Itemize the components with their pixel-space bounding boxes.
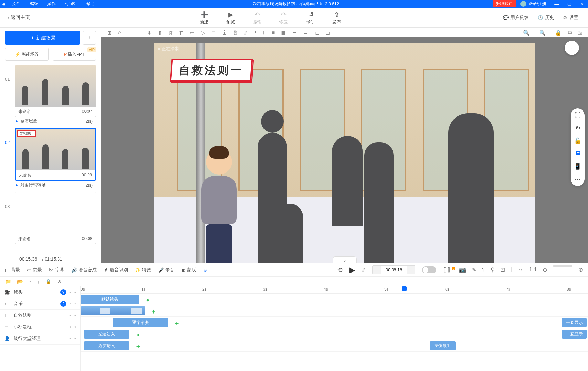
tool-icon[interactable]: ▭: [190, 30, 194, 36]
rt-icon[interactable]: ⫯: [482, 266, 485, 273]
rt-icon[interactable]: 📷: [459, 266, 466, 273]
tool-icon[interactable]: ⫶: [254, 30, 257, 36]
zoom-out-tl[interactable]: ⊖: [543, 266, 547, 273]
minimize-button[interactable]: —: [551, 2, 562, 6]
settings-button[interactable]: ⚙ 设置: [563, 15, 578, 21]
track-row[interactable]: 逐字渐变✦一直显示: [81, 317, 588, 328]
desktop-view-icon[interactable]: 🖥: [575, 150, 581, 157]
tab-fg[interactable]: ▭ 前景: [27, 267, 42, 273]
tab-asr[interactable]: 🎙 语音识别: [104, 267, 128, 273]
time-field[interactable]: [381, 266, 407, 274]
preview-button[interactable]: ▶预览: [226, 11, 235, 25]
menu-action[interactable]: 操作: [43, 1, 60, 7]
tool-icon[interactable]: ⊐: [326, 30, 330, 36]
track-label[interactable]: T自救法则一••: [0, 310, 80, 321]
tab-fx[interactable]: ✨ 特效: [135, 267, 151, 273]
tool-icon[interactable]: ≡: [272, 30, 275, 36]
rt-icon[interactable]: ↔: [518, 266, 523, 273]
redo-button[interactable]: ↷恢复: [279, 11, 288, 25]
zoom-slider[interactable]: [553, 265, 572, 267]
feedback-button[interactable]: 💬 用户反馈: [503, 15, 529, 21]
track-row[interactable]: 默认镜头✦: [81, 294, 588, 305]
mobile-view-icon[interactable]: 📱: [574, 163, 581, 170]
tab-mask[interactable]: ◐ 蒙版: [182, 267, 196, 273]
history-button[interactable]: 🕘 历史: [538, 15, 554, 21]
zoom-in-icon[interactable]: 🔍+: [539, 30, 549, 36]
login-button[interactable]: 登录/注册: [516, 1, 551, 7]
rt-icon[interactable]: ⊡: [500, 266, 505, 273]
track-label[interactable]: 🎥镜头?••: [0, 286, 80, 298]
tt-icon[interactable]: ↑: [29, 279, 32, 284]
scene-item-01[interactable]: 01 未命名00:07 ▸幕布层叠2(s): [5, 65, 96, 125]
display-tag[interactable]: 一直显示: [562, 318, 587, 327]
upgrade-button[interactable]: 升级账户: [493, 0, 516, 7]
tool-icon[interactable]: ⫟: [292, 30, 297, 36]
copy-icon[interactable]: ⧉: [568, 30, 572, 36]
tool-icon[interactable]: ≣: [281, 30, 285, 36]
scene-music-button[interactable]: ♪: [83, 31, 96, 45]
undo-button[interactable]: ↶撤销: [253, 11, 261, 25]
menu-edit[interactable]: 编辑: [25, 1, 43, 7]
export-icon[interactable]: ⇲: [578, 30, 582, 36]
new-scene-button[interactable]: ＋ 新建场景: [5, 31, 80, 45]
expand-button[interactable]: ⤢: [362, 267, 366, 273]
track-area[interactable]: 0s1s2s3s4s5s6s7s8s 默认镜头✦✦逐字渐变✦一直显示光速进入✦一…: [81, 286, 588, 371]
timeline-clip[interactable]: [81, 306, 145, 315]
timeline-clip[interactable]: 渐变进入: [84, 341, 129, 350]
tab-rec[interactable]: 🎤 录音: [158, 267, 174, 273]
menu-file[interactable]: 文件: [8, 1, 25, 7]
time-dec[interactable]: −: [373, 266, 381, 274]
tool-icon[interactable]: ⬇: [147, 30, 151, 36]
tool-icon[interactable]: ⫴: [263, 30, 265, 36]
timeline-clip[interactable]: 默认镜头: [81, 295, 139, 304]
tool-icon[interactable]: ⇵: [168, 30, 173, 36]
rt-icon[interactable]: 1:1: [529, 266, 537, 273]
track-row[interactable]: 光速进入✦一直显示: [81, 328, 588, 340]
tool-icon[interactable]: ⤢: [243, 30, 247, 36]
add-keyframe[interactable]: ✦: [136, 332, 141, 339]
add-keyframe[interactable]: ✦: [174, 320, 179, 327]
display-tag[interactable]: 一直显示: [562, 330, 587, 339]
tab-bg[interactable]: ◫ 背景: [5, 267, 20, 273]
rewind-button[interactable]: ⟲: [337, 266, 343, 274]
rt-icon[interactable]: ⚲: [491, 266, 495, 273]
track-label[interactable]: ▭小标题框••: [0, 321, 80, 333]
save-button[interactable]: 🖫保存: [306, 11, 314, 25]
timeline-clip[interactable]: 左侧淡出: [430, 341, 456, 350]
unlock-icon[interactable]: 🔓: [574, 137, 581, 144]
track-label[interactable]: ♪音乐?••: [0, 298, 80, 310]
track-row[interactable]: ✦: [81, 305, 588, 317]
timeline-clip[interactable]: 逐字渐变: [113, 318, 168, 327]
music-fab-button[interactable]: ♪: [565, 41, 579, 55]
align-tool-icon[interactable]: ⊞: [107, 30, 111, 36]
zoom-in-tl[interactable]: ⊕: [578, 266, 583, 273]
tool-icon[interactable]: ⎘: [234, 30, 237, 36]
timeline-clip[interactable]: 光速进入: [84, 330, 129, 339]
tt-icon[interactable]: ↓: [37, 279, 40, 284]
tool-icon[interactable]: ⫠: [303, 30, 309, 36]
timeline-collapse-handle[interactable]: ⌄: [333, 256, 357, 263]
track-row[interactable]: 渐变进入✦左侧淡出: [81, 340, 588, 352]
maximize-button[interactable]: ▢: [563, 2, 575, 6]
tool-icon[interactable]: ⇈: [179, 30, 183, 36]
menu-timeline[interactable]: 时间轴: [60, 1, 82, 7]
add-keyframe[interactable]: ✦: [136, 343, 141, 350]
tt-icon[interactable]: 👁: [58, 279, 62, 284]
close-button[interactable]: ✕: [576, 2, 588, 6]
scene-item-02[interactable]: 02 自救法则一 未命名00:08 ▸对角行铺转场2(s): [5, 128, 96, 189]
new-button[interactable]: ➕新建: [200, 11, 208, 25]
tool-icon[interactable]: ◻: [211, 30, 215, 36]
tt-icon[interactable]: 🔒: [46, 279, 52, 284]
stage-canvas[interactable]: ■ 正在录制 自救法则一 尽量走在人群边缘，抓住路灯杆以稳住身体，待人群过去后，…: [154, 43, 535, 263]
tt-icon[interactable]: 📁: [5, 279, 11, 284]
back-home-button[interactable]: ‹ 返回主页: [0, 15, 38, 21]
play-button[interactable]: ▶: [349, 265, 355, 274]
tool-icon[interactable]: 🗑: [222, 30, 227, 36]
smart-scene-button[interactable]: ⚡ 智能场景: [5, 48, 49, 61]
time-inc[interactable]: +: [407, 266, 415, 274]
track-label[interactable]: 👤银行大堂经理••: [0, 333, 80, 345]
scene-item-03[interactable]: 03 未命名00:08: [5, 192, 96, 244]
tool-icon[interactable]: ⊏: [315, 30, 319, 36]
rt-icon[interactable]: ✎: [472, 266, 476, 273]
add-keyframe[interactable]: ✦: [145, 297, 150, 304]
